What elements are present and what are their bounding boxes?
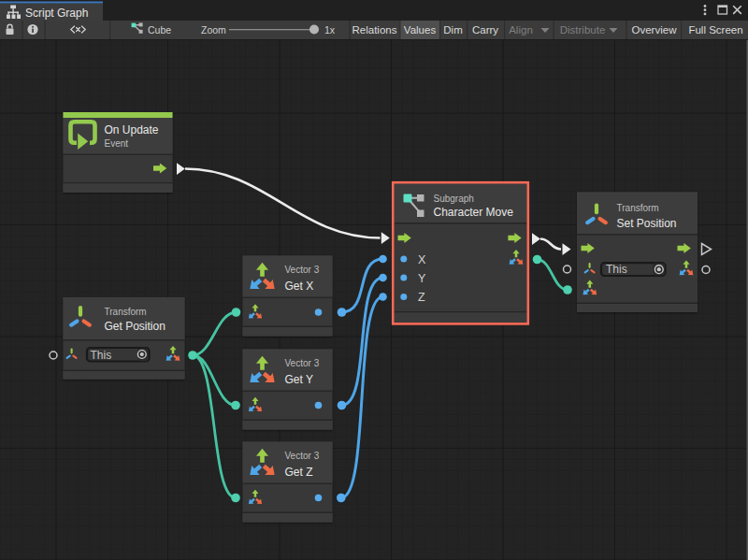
svg-text:Dim: Dim (443, 24, 462, 36)
svg-text:Relations: Relations (352, 24, 397, 36)
svg-text:Get Position: Get Position (105, 320, 165, 333)
svg-text:Vector 3: Vector 3 (285, 451, 320, 461)
svg-text:Get X: Get X (285, 280, 314, 293)
svg-text:Character Move: Character Move (434, 206, 514, 219)
svg-text:Subgraph: Subgraph (434, 194, 474, 204)
svg-text:Overview: Overview (632, 24, 678, 36)
svg-text:Cube: Cube (148, 24, 171, 36)
svg-text:This: This (91, 349, 112, 362)
svg-text:Distribute: Distribute (560, 24, 606, 36)
svg-text:Y: Y (418, 272, 426, 285)
svg-text:Align: Align (509, 24, 533, 36)
svg-text:Full Screen: Full Screen (688, 24, 742, 36)
svg-text:Script Graph: Script Graph (25, 7, 88, 20)
svg-text:Set Position: Set Position (617, 217, 677, 230)
svg-text:Vector 3: Vector 3 (285, 265, 320, 275)
svg-text:X: X (418, 253, 426, 266)
svg-text:Carry: Carry (472, 24, 498, 36)
svg-text:Transform: Transform (617, 203, 659, 213)
svg-text:Transform: Transform (105, 307, 147, 317)
svg-text:Vector 3: Vector 3 (285, 358, 320, 368)
svg-text:Get Z: Get Z (285, 466, 313, 479)
svg-text:On Update: On Update (105, 123, 159, 136)
svg-text:Zoom: Zoom (201, 24, 226, 36)
svg-text:Values: Values (404, 24, 437, 36)
svg-text:1x: 1x (324, 24, 336, 36)
svg-text:Z: Z (418, 291, 425, 304)
svg-text:Get Y: Get Y (285, 373, 313, 386)
svg-text:This: This (606, 263, 627, 276)
svg-text:Event: Event (105, 138, 129, 149)
